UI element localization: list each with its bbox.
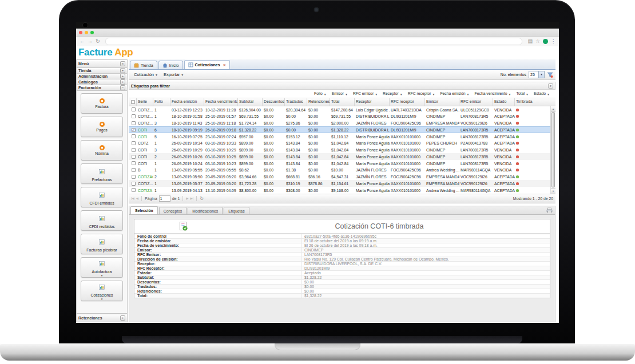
sidebar-section-administraci-n[interactable]: Administración+ bbox=[77, 74, 127, 79]
filter-link-fecha-emisi-n[interactable]: Fecha emisión▼ bbox=[440, 91, 469, 95]
filter-link-receptor[interactable]: Receptor▼ bbox=[383, 91, 403, 95]
column-header-receptor[interactable]: Receptor bbox=[355, 98, 390, 106]
filter-link-rfc-emisor[interactable]: RFC emisor▼ bbox=[353, 91, 378, 95]
expand-icon[interactable]: + bbox=[120, 79, 125, 85]
column-header-rfc-emisor[interactable]: RFC emisor bbox=[459, 98, 493, 106]
last-page-icon[interactable]: ▶| bbox=[190, 197, 194, 201]
filter-link-fecha-vencimiento[interactable]: Fecha vencimiento▼ bbox=[475, 91, 511, 95]
refresh-icon[interactable]: ↻ bbox=[200, 197, 204, 201]
page-number-input[interactable] bbox=[159, 195, 170, 202]
row-checkbox[interactable] bbox=[129, 180, 137, 187]
checkbox-icon[interactable] bbox=[132, 188, 136, 192]
checkbox-icon[interactable] bbox=[132, 134, 136, 138]
table-row[interactable]: B113-09-2019 05:5520-09-2019 05:55$8.62$… bbox=[129, 167, 550, 174]
checkbox-icon[interactable] bbox=[132, 161, 136, 165]
column-header-subtotal[interactable]: Subtotal bbox=[238, 98, 263, 106]
column-header-retenciones[interactable]: Retenciones bbox=[307, 98, 330, 106]
sidebar-button-facturas-p-cobrar[interactable]: Facturas p/cobrar bbox=[81, 234, 123, 254]
table-row[interactable]: COTIZ...318-10-2019 11:4325-10-2019 11:1… bbox=[129, 120, 550, 127]
sidebar-section-retenciones[interactable]: Retenciones + bbox=[77, 314, 127, 322]
table-row[interactable]: COTI226-09-2019 10:2603-10-2019 10:25$89… bbox=[129, 153, 550, 160]
checkbox-icon[interactable] bbox=[132, 121, 136, 125]
scroll-up-icon[interactable]: ▲ bbox=[551, 106, 555, 112]
browser-menu-icon[interactable]: ⋮ bbox=[551, 39, 555, 44]
table-row[interactable]: COTIZA113-09-2019 04:1313-10-2019 04:09$… bbox=[129, 187, 550, 194]
forward-icon[interactable]: → bbox=[88, 39, 93, 44]
checkbox-icon[interactable] bbox=[132, 175, 136, 179]
collapse-panel-icon[interactable]: ▼ bbox=[548, 83, 553, 89]
row-checkbox[interactable] bbox=[129, 147, 137, 154]
column-header-fecha-emisi-n[interactable]: Fecha emisión bbox=[170, 98, 204, 106]
table-row[interactable]: COTZ126-09-2019 10:3403-10-2019 10:33$89… bbox=[129, 140, 550, 147]
sidebar-button-cfdi-emitidos[interactable]: CFDI emitidos bbox=[81, 187, 123, 207]
checkbox-icon[interactable] bbox=[132, 148, 136, 152]
checkbox-icon[interactable] bbox=[132, 155, 136, 159]
expand-icon[interactable]: + bbox=[120, 74, 125, 79]
minimize-window-button[interactable] bbox=[85, 31, 88, 34]
profile-avatar[interactable] bbox=[543, 39, 548, 44]
column-header-estado[interactable]: Estado bbox=[493, 98, 515, 106]
page-size-select[interactable]: 25 ▼ bbox=[529, 71, 545, 78]
table-row[interactable]: COTI516-10-2019 07:2523-10-2019 07:24$95… bbox=[129, 133, 550, 140]
checkbox-icon[interactable] bbox=[132, 107, 136, 111]
sidebar-section-facturaci-n[interactable]: Facturación− bbox=[77, 85, 127, 91]
column-header-timbrada[interactable]: Timbrada bbox=[515, 98, 555, 106]
column-header-serie[interactable]: Serie bbox=[137, 98, 153, 106]
tab-inicio[interactable]: Inicio bbox=[158, 61, 183, 69]
detail-tab-selecci-n[interactable]: Selección bbox=[130, 206, 158, 214]
save-page-icon[interactable]: ▤ bbox=[527, 39, 533, 44]
sidebar-button-factura[interactable]: Factura bbox=[81, 93, 123, 114]
print-icon[interactable] bbox=[546, 207, 553, 213]
sidebar-button-cotizaciones[interactable]: Cotizaciones▾ bbox=[81, 281, 123, 301]
sidebar-section-tienda[interactable]: Tienda+ bbox=[77, 68, 127, 74]
back-icon[interactable]: ← bbox=[80, 39, 85, 44]
scroll-down-icon[interactable]: ▼ bbox=[551, 188, 555, 194]
expand-icon[interactable]: + bbox=[120, 315, 125, 321]
close-tab-icon[interactable]: ✕ bbox=[223, 63, 226, 67]
column-header-total[interactable]: Total bbox=[330, 98, 355, 106]
table-row[interactable]: COTIZ...113-09-2019 05:3720-09-2019 05:2… bbox=[129, 180, 550, 187]
tab-cotizaciones[interactable]: Cotizaciones✕ bbox=[184, 60, 230, 69]
column-header-rfc-receptor[interactable]: RFC receptor bbox=[390, 98, 425, 106]
scrollbar-thumb[interactable] bbox=[551, 112, 555, 187]
detail-tab-etiquetas[interactable]: Etiquetas bbox=[224, 207, 249, 214]
column-header-emisor[interactable]: Emisor bbox=[425, 98, 459, 106]
sidebar-button-cfdi-recibidos[interactable]: CFDI recibidos bbox=[81, 210, 123, 231]
first-page-icon[interactable]: |◀ bbox=[131, 197, 134, 201]
row-checkbox[interactable] bbox=[129, 167, 137, 174]
table-row[interactable]: COTIZACI213-09-2019 05:5020-09-2019 05:2… bbox=[129, 174, 550, 181]
checkbox-icon[interactable] bbox=[132, 114, 136, 118]
sidebar-section-cat-logos[interactable]: Catálogos+ bbox=[77, 79, 127, 85]
filter-link-rfc-receptor[interactable]: RFC receptor▼ bbox=[408, 91, 435, 95]
expand-icon[interactable]: + bbox=[120, 68, 125, 73]
sidebar-button-pagos[interactable]: Pagos bbox=[81, 117, 123, 137]
toolbar-menu-cotizaci-n[interactable]: Cotización▼ bbox=[131, 71, 161, 78]
toolbar-menu-exportar[interactable]: Exportar▼ bbox=[161, 71, 186, 78]
row-checkbox[interactable] bbox=[129, 160, 137, 167]
filter-link-folio[interactable]: Folio▼ bbox=[314, 91, 327, 95]
checkbox-icon[interactable] bbox=[132, 182, 136, 186]
row-checkbox[interactable] bbox=[129, 133, 137, 140]
row-checkbox[interactable] bbox=[129, 153, 137, 160]
next-page-icon[interactable]: ▶ bbox=[186, 197, 188, 201]
checkbox-icon[interactable]: ✓ bbox=[132, 128, 136, 132]
row-checkbox[interactable] bbox=[129, 187, 137, 194]
bookmark-star-icon[interactable]: ☆ bbox=[535, 39, 540, 44]
checkbox-icon[interactable] bbox=[132, 141, 136, 145]
sidebar-button-prefacturas[interactable]: Prefacturas bbox=[81, 163, 123, 184]
column-header-fecha-vencimiento[interactable]: Fecha vencimiento bbox=[204, 98, 238, 106]
sidebar-button-autofactura[interactable]: Autofactura▾ bbox=[81, 257, 123, 278]
filter-link-estado[interactable]: Estado▼ bbox=[534, 91, 550, 95]
row-checkbox[interactable] bbox=[129, 140, 137, 147]
column-header-folio[interactable]: Folio bbox=[153, 98, 170, 106]
table-row[interactable]: COTIZ...103-12-2019 12:2310-12-2019 11:2… bbox=[129, 106, 550, 113]
reload-icon[interactable]: ↻ bbox=[96, 39, 100, 44]
table-row[interactable]: COTIZ...118-10-2019 01:5825-10-2019 01:5… bbox=[129, 113, 550, 120]
detail-tab-modificaciones[interactable]: Modificaciones bbox=[188, 207, 223, 214]
checkbox-icon[interactable] bbox=[132, 168, 136, 172]
column-header-traslados[interactable]: Traslados bbox=[285, 98, 307, 106]
tab-tienda[interactable]: Tienda bbox=[130, 61, 157, 69]
table-row[interactable]: COTI326-09-2019 10:2903-10-2019 10:29$89… bbox=[129, 147, 550, 154]
row-checkbox[interactable] bbox=[129, 113, 137, 120]
filter-link-emisor[interactable]: Emisor▼ bbox=[332, 91, 348, 95]
